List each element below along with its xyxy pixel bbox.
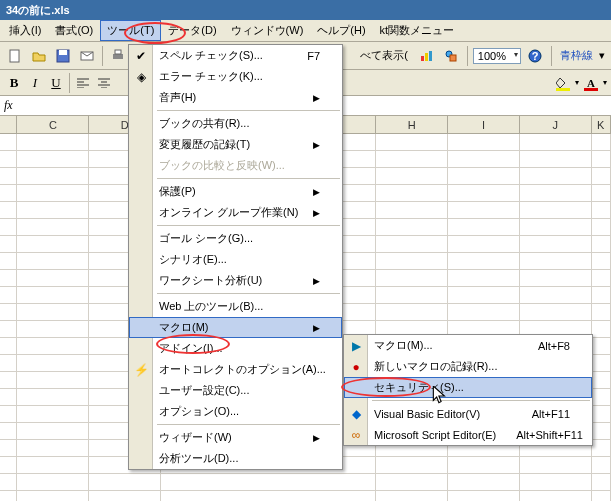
play-icon: ▶: [347, 337, 365, 355]
tools-dropdown: ✔ スペル チェック(S)...F7 ◈ エラー チェック(K)... 音声(H…: [128, 44, 343, 470]
menu-analysis[interactable]: 分析ツール(D)...: [129, 448, 342, 469]
menu-insert[interactable]: 挿入(I): [2, 20, 48, 41]
menu-kt[interactable]: kt関数メニュー: [373, 20, 462, 41]
menu-tools[interactable]: ツール(T): [100, 20, 161, 41]
menu-wsanalysis[interactable]: ワークシート分析(U)▶: [129, 270, 342, 291]
lineframe-button[interactable]: 青枠線: [557, 48, 596, 63]
fill-color-button[interactable]: [552, 72, 574, 94]
vbe-icon: ◆: [347, 405, 365, 423]
menu-share[interactable]: ブックの共有(R)...: [129, 113, 342, 134]
bold-button[interactable]: B: [4, 73, 24, 93]
showall-label: べて表示(: [356, 48, 412, 63]
align-left-button[interactable]: [73, 73, 93, 93]
font-color-button[interactable]: A: [580, 72, 602, 94]
record-icon: ●: [347, 358, 365, 376]
menu-scenario[interactable]: シナリオ(E)...: [129, 249, 342, 270]
autocorrect-icon: ⚡: [132, 361, 150, 379]
menu-macro[interactable]: マクロ(M)▶: [129, 317, 342, 338]
menu-collab[interactable]: オンライン グループ作業(N)▶: [129, 202, 342, 223]
col-header[interactable]: I: [448, 116, 520, 133]
window-title: 34の前に.xls: [6, 4, 70, 16]
menu-track[interactable]: 変更履歴の記録(T)▶: [129, 134, 342, 155]
new-icon[interactable]: [4, 45, 26, 67]
menu-bar: 挿入(I) 書式(O) ツール(T) データ(D) ウィンドウ(W) ヘルプ(H…: [0, 20, 611, 42]
submenu-record[interactable]: ● 新しいマクロの記録(R)...: [344, 356, 592, 377]
menu-customize[interactable]: ユーザー設定(C)...: [129, 380, 342, 401]
menu-help[interactable]: ヘルプ(H): [310, 20, 372, 41]
fx-label: fx: [4, 98, 13, 113]
save-icon[interactable]: [52, 45, 74, 67]
mse-icon: ∞: [347, 426, 365, 444]
menu-options[interactable]: オプション(O)...: [129, 401, 342, 422]
svg-rect-4: [113, 54, 123, 59]
macro-submenu: ▶ マクロ(M)...Alt+F8 ● 新しいマクロの記録(R)... セキュリ…: [343, 334, 593, 446]
drawing-icon[interactable]: [440, 45, 462, 67]
underline-button[interactable]: U: [46, 73, 66, 93]
spellcheck-icon: ✔: [132, 47, 150, 65]
help-icon[interactable]: ?: [524, 45, 546, 67]
submenu-mse[interactable]: ∞ Microsoft Script Editor(E)Alt+Shift+F1…: [344, 424, 592, 445]
col-header[interactable]: K: [592, 116, 611, 133]
menu-spellcheck[interactable]: ✔ スペル チェック(S)...F7: [129, 45, 342, 66]
menu-protect[interactable]: 保護(P)▶: [129, 181, 342, 202]
print-icon[interactable]: [107, 45, 129, 67]
menu-speech[interactable]: 音声(H)▶: [129, 87, 342, 108]
svg-rect-9: [425, 53, 428, 61]
title-bar: 34の前に.xls: [0, 0, 611, 20]
svg-rect-8: [421, 56, 424, 61]
chart-icon[interactable]: [415, 45, 437, 67]
svg-rect-5: [115, 50, 121, 54]
menu-format[interactable]: 書式(O): [48, 20, 100, 41]
menu-errorcheck[interactable]: ◈ エラー チェック(K)...: [129, 66, 342, 87]
menu-data[interactable]: データ(D): [161, 20, 223, 41]
menu-webtools[interactable]: Web 上のツール(B)...: [129, 296, 342, 317]
svg-rect-10: [429, 51, 432, 61]
submenu-macros[interactable]: ▶ マクロ(M)...Alt+F8: [344, 335, 592, 356]
menu-wizard[interactable]: ウィザード(W)▶: [129, 427, 342, 448]
align-center-button[interactable]: [94, 73, 114, 93]
menu-window[interactable]: ウィンドウ(W): [224, 20, 311, 41]
menu-addin[interactable]: アドイン(I)...: [129, 338, 342, 359]
menu-goalseek[interactable]: ゴール シーク(G)...: [129, 228, 342, 249]
errorcheck-icon: ◈: [132, 68, 150, 86]
svg-rect-0: [10, 50, 19, 62]
col-header[interactable]: J: [520, 116, 592, 133]
open-icon[interactable]: [28, 45, 50, 67]
col-header[interactable]: H: [376, 116, 448, 133]
italic-button[interactable]: I: [25, 73, 45, 93]
menu-compare: ブックの比較と反映(W)...: [129, 155, 342, 176]
menu-autocorrect[interactable]: ⚡ オートコレクトのオプション(A)...: [129, 359, 342, 380]
col-header[interactable]: C: [17, 116, 89, 133]
svg-rect-2: [59, 50, 67, 55]
submenu-security[interactable]: セキュリティ(S)...: [344, 377, 592, 398]
submenu-vbe[interactable]: ◆ Visual Basic Editor(V)Alt+F11: [344, 403, 592, 424]
mail-icon[interactable]: [76, 45, 98, 67]
zoom-combo[interactable]: 100%: [473, 48, 521, 64]
svg-rect-12: [450, 55, 456, 61]
svg-text:?: ?: [532, 50, 539, 62]
